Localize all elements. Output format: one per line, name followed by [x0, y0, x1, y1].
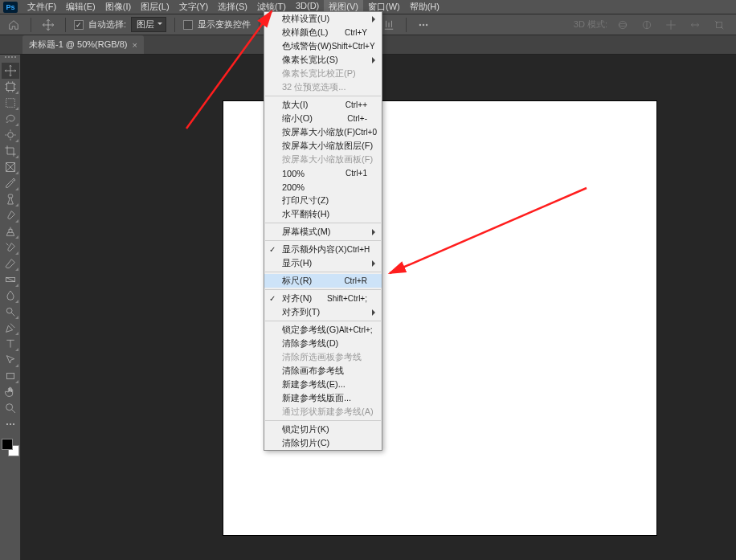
close-tab-icon[interactable]: ×	[132, 40, 137, 50]
align-bottom-icon[interactable]	[380, 17, 398, 33]
rectangle-tool[interactable]	[2, 368, 19, 384]
menu-row-放大[interactable]: 放大(I)Ctrl++	[264, 98, 382, 112]
auto-select-label: 自动选择:	[88, 18, 126, 31]
edit-toolbar[interactable]	[2, 416, 19, 432]
crop-tool[interactable]	[2, 143, 19, 159]
3d-slide-icon	[686, 17, 704, 33]
menu-row-像素长宽比校正: 像素长宽比校正(P)	[264, 67, 382, 80]
menu-row-按屏幕大小缩放[interactable]: 按屏幕大小缩放(F)Ctrl+0	[264, 125, 382, 139]
clone-stamp-tool[interactable]	[2, 223, 19, 239]
svg-rect-7	[6, 83, 14, 90]
history-brush-tool[interactable]	[2, 239, 19, 255]
home-icon[interactable]	[5, 17, 22, 33]
menu-item-文件[interactable]: 文件(F)	[22, 0, 61, 14]
menu-row-对齐[interactable]: ✓对齐(N)Shift+Ctrl+;	[264, 292, 382, 305]
menu-row-按屏幕大小缩放图层[interactable]: 按屏幕大小缩放图层(F)	[264, 139, 382, 153]
svg-point-21	[6, 423, 8, 425]
svg-point-22	[10, 423, 11, 425]
artboard-tool[interactable]	[2, 79, 19, 95]
svg-line-20	[12, 410, 15, 413]
svg-point-9	[7, 133, 13, 138]
menu-row-像素长宽比[interactable]: 像素长宽比(S)	[264, 53, 382, 67]
blur-tool[interactable]	[2, 288, 19, 304]
toolbox-grip-icon[interactable]	[3, 56, 18, 59]
eyedropper-tool[interactable]	[2, 175, 19, 191]
svg-rect-13	[8, 194, 12, 198]
menu-row-新建参考线版面[interactable]: 新建参考线版面...	[264, 391, 382, 405]
foreground-swatch[interactable]	[2, 439, 13, 450]
gradient-tool[interactable]	[2, 272, 19, 288]
color-swatches[interactable]	[2, 439, 19, 456]
menu-item-图层[interactable]: 图层(L)	[136, 0, 174, 14]
menu-item-帮助[interactable]: 帮助(H)	[405, 0, 444, 14]
menu-row-200%[interactable]: 200%	[264, 180, 382, 194]
menu-row-清除切片[interactable]: 清除切片(C)	[264, 436, 382, 450]
menu-row-对齐到[interactable]: 对齐到(T)	[264, 305, 382, 319]
menu-row-校样颜色[interactable]: 校样颜色(L)Ctrl+Y	[264, 26, 382, 39]
svg-point-2	[426, 24, 427, 26]
type-tool[interactable]	[2, 336, 19, 352]
menu-row-校样设置[interactable]: 校样设置(U)	[264, 12, 382, 26]
svg-point-19	[6, 404, 12, 411]
toolbox	[0, 55, 21, 560]
dodge-tool[interactable]	[2, 304, 19, 320]
document-tab[interactable]: 未标题-1 @ 50%(RGB/8) ×	[22, 35, 144, 54]
show-transform-label: 显示变换控件	[198, 18, 251, 31]
move-tool[interactable]	[2, 63, 19, 79]
auto-select-target-combo[interactable]: 图层	[131, 17, 166, 32]
menu-row-显示[interactable]: 显示(H)	[264, 256, 382, 270]
3d-orbit-icon	[614, 17, 632, 33]
spot-heal-tool[interactable]	[2, 191, 19, 207]
3d-pan-icon	[662, 17, 680, 33]
auto-select-checkbox[interactable]	[74, 20, 84, 30]
menu-row-清除参考线[interactable]: 清除参考线(D)	[264, 337, 382, 350]
hand-tool[interactable]	[2, 384, 19, 400]
frame-tool[interactable]	[2, 159, 19, 175]
svg-rect-8	[6, 99, 14, 108]
svg-point-1	[423, 24, 424, 26]
svg-rect-18	[6, 374, 14, 379]
3d-scale-icon	[710, 17, 728, 33]
app-logo: Ps	[3, 2, 18, 13]
menu-row-清除所选画板参考线: 清除所选画板参考线	[264, 350, 382, 364]
menu-item-文字[interactable]: 文字(Y)	[174, 0, 214, 14]
pen-tool[interactable]	[2, 320, 19, 336]
document-tab-title: 未标题-1 @ 50%(RGB/8)	[29, 39, 127, 51]
menu-item-编辑[interactable]: 编辑(E)	[61, 0, 100, 14]
menu-row-色域警告[interactable]: 色域警告(W)Shift+Ctrl+Y	[264, 39, 382, 53]
eraser-tool[interactable]	[2, 255, 19, 272]
3d-roll-icon	[638, 17, 656, 33]
svg-point-23	[13, 423, 14, 425]
menu-row-100%[interactable]: 100%Ctrl+1	[264, 166, 382, 180]
menu-row-32 位预览选项: 32 位预览选项...	[264, 80, 382, 94]
menu-row-打印尺寸[interactable]: 打印尺寸(Z)	[264, 194, 382, 207]
quick-select-tool[interactable]	[2, 127, 19, 143]
menu-row-锁定切片[interactable]: 锁定切片(K)	[264, 423, 382, 436]
path-select-tool[interactable]	[2, 352, 19, 368]
more-options-icon[interactable]	[415, 17, 432, 33]
svg-line-17	[11, 313, 14, 316]
menu-row-水平翻转[interactable]: 水平翻转(H)	[264, 207, 382, 221]
menu-item-选择[interactable]: 选择(S)	[213, 0, 252, 14]
svg-point-0	[419, 24, 421, 26]
menu-row-按屏幕大小缩放画板: 按屏幕大小缩放画板(F)	[264, 153, 382, 166]
view-menu-dropdown: 校样设置(U)校样颜色(L)Ctrl+Y色域警告(W)Shift+Ctrl+Y像…	[264, 11, 382, 451]
menu-row-显示额外内容[interactable]: ✓显示额外内容(X)Ctrl+H	[264, 243, 382, 256]
menu-row-通过形状新建参考线: 通过形状新建参考线(A)	[264, 405, 382, 419]
brush-tool[interactable]	[2, 207, 19, 223]
lasso-tool[interactable]	[2, 111, 19, 127]
menu-row-标尺[interactable]: 标尺(R)Ctrl+R	[264, 274, 382, 288]
mode-3d-label: 3D 模式:	[574, 18, 607, 31]
menu-row-缩小[interactable]: 缩小(O)Ctrl+-	[264, 112, 382, 125]
menu-item-图像[interactable]: 图像(I)	[100, 0, 136, 14]
menu-row-清除画布参考线[interactable]: 清除画布参考线	[264, 364, 382, 378]
menu-row-锁定参考线[interactable]: 锁定参考线(G)Alt+Ctrl+;	[264, 323, 382, 337]
menu-row-屏幕模式[interactable]: 屏幕模式(M)	[264, 225, 382, 239]
move-tool-icon[interactable]	[39, 17, 57, 33]
menu-row-新建参考线[interactable]: 新建参考线(E)...	[264, 378, 382, 391]
rect-marquee-tool[interactable]	[2, 95, 19, 111]
show-transform-checkbox[interactable]	[183, 20, 193, 30]
zoom-tool[interactable]	[2, 400, 19, 416]
svg-point-3	[619, 21, 626, 28]
svg-point-4	[619, 23, 626, 27]
